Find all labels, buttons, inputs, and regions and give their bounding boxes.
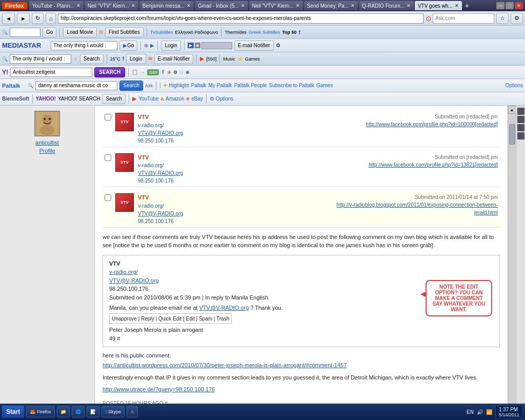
highlight-label[interactable]: Highlight [169,83,189,88]
tab-gmail[interactable]: Gmail - Inbox (5...✕ [195,1,248,10]
paltalk-people-link[interactable]: Paltalk People [234,83,267,88]
search-btn-t2[interactable]: Search [80,54,104,64]
utrace-section: http://www.utrace.de/?query=98.250.100.1… [103,385,500,394]
ask-logo: ⊙ [426,14,432,23]
comment-checkbox-3[interactable] [105,194,111,201]
scroll-up-btn[interactable]: ▲ [508,106,516,114]
games-link-pt[interactable]: Games [316,83,333,88]
scroll-thumb[interactable] [509,124,515,145]
paltalk-row: Paltalk · 🔍 Search Ask | ✦ Highlight Pal… [0,79,525,92]
amazon-link[interactable]: Amazon [166,96,185,102]
biennesoft-search-btn[interactable]: Search [102,94,126,104]
comment-checkbox-1[interactable] [105,114,111,121]
email-link-2[interactable]: VTV@V-RADIO.org [138,170,183,176]
taskbar-ie[interactable]: 🌐 [72,406,85,417]
clock: 1:37 PM 5/14/2011 [495,405,523,419]
tab-vtv-active[interactable]: VTV goes wh...✕ [415,1,462,10]
fb-url-1[interactable]: http://www.facebook.com/profile.php?id=1… [366,122,498,127]
ebay-link[interactable]: eBay [191,96,203,102]
browser-brand: Firefox [2,2,27,9]
toolbar-input-2[interactable] [10,54,71,64]
my-paltalk-link[interactable]: My Paltalk [209,83,232,88]
divider-icon: | [159,83,161,88]
options-link-pt[interactable]: Options [506,83,523,88]
tab-neil1[interactable]: Neil "VTV" Kiern...✕ [85,1,138,10]
fb-icon-3: f [162,69,164,75]
mediastar-go-btn[interactable]: ▶ Go [119,41,137,51]
find-subtitles-btn[interactable]: Find Subtitles [105,27,144,37]
tab-qradio[interactable]: Q-RADIO Forum...✕ [359,1,414,10]
edge-item-3 [517,124,524,131]
email-notifier-btn-ms[interactable]: E-mail Notifier [234,41,274,51]
search-icon-pt: 🔍 [28,83,33,88]
load-movie-btn[interactable]: Load Movie [63,27,97,37]
submitted-3: Submitted on 2011/01/14 at 7:50 pm [415,194,498,200]
yt-icon: ▶ [200,56,204,62]
language-label: EN [467,409,474,415]
subscribe-link[interactable]: Subscribe to Paltalk [269,83,314,88]
mediastar-input[interactable] [51,41,117,50]
email-link-1[interactable]: VTV@V-RADIO.org [138,130,183,136]
paltalk-link[interactable]: Paltalk [191,83,206,88]
go-btn[interactable]: Go [43,27,56,37]
fb-url-2[interactable]: http://www.facebook.com/profile.php?id=1… [369,162,498,168]
close-btn[interactable]: ✕ [515,2,523,9]
biennesoft-brand: BienneSoft [2,96,29,102]
email-link-3[interactable]: VTV@V-RADIO.org [138,211,183,216]
stop-icon[interactable]: ■ [195,43,200,48]
start-btn[interactable]: Start [2,406,24,418]
blog-url-3[interactable]: http://v-radioblog.blogspot.com/2011/01/… [336,202,498,215]
new-tab-btn[interactable]: + [465,2,469,10]
mediastar-brand: MEDIASTAR [2,42,41,49]
ie-icon: 🌐 [75,409,81,414]
yahoo-search-input[interactable] [10,68,92,77]
cb-post-num: 49 # [109,334,493,343]
content-wrapper: VTV VTV v-radio.org/ VTV@V-RADIO.org 98.… [95,106,508,412]
user-avatar [34,111,60,136]
play-icon[interactable]: ▶ [188,43,194,48]
profile-link[interactable]: Profile [39,148,55,154]
scrollbar[interactable]: ▲ ▼ [508,106,516,420]
taskbar-firefox[interactable]: 🦊 Firefox [26,406,55,417]
paltalk-search-btn[interactable]: Search [119,81,143,91]
ask-search-input[interactable] [433,13,494,24]
username-label[interactable]: anticultist [35,139,59,146]
url-input[interactable] [58,13,423,24]
back-btn[interactable]: ◄ [2,13,15,24]
taskbar-skype[interactable]: S Skype [102,406,125,417]
taskbar: Start 🦊 Firefox 📁 🌐 📝 S Skype ⚠ EN 🔊 📶 1… [0,404,525,420]
settings-btn[interactable]: ⚙ [511,13,523,24]
options-link-bs[interactable]: ⚙ Options [210,96,233,102]
tab-neil2[interactable]: Neil "VTV" Kiern...✕ [249,1,303,10]
forward-btn[interactable]: ► [17,13,30,24]
notepad-icon: 📝 [90,409,96,414]
minimize-btn[interactable]: — [496,2,504,9]
utrace-link[interactable]: http://www.utrace.de/?query=98.250.100.1… [103,386,215,392]
login-btn-t2[interactable]: Login [126,54,146,64]
sep4 [140,41,141,50]
reload-btn[interactable]: ↻ [32,13,44,24]
public-comment-link[interactable]: http://anticultist.wordpress.com/2010/07… [103,362,347,368]
taskbar-notepad[interactable]: 📝 [87,406,99,417]
login-btn-ms[interactable]: Login [161,41,180,51]
youtube-link[interactable]: YouTube [138,96,158,102]
toolbar-search-input[interactable] [10,28,41,37]
taskbar-warning[interactable]: ⚠ [127,406,138,417]
comment-row-3: VTV VTV v-radio.org/ VTV@V-RADIO.org 98.… [103,191,500,228]
paltalk-search-input[interactable] [35,81,117,90]
email-notifier-btn-t2[interactable]: E-mail Notifier [154,54,194,64]
maximize-btn[interactable]: □ [506,2,514,9]
firefox-icon: 🦊 [30,409,35,414]
toolbar-row-1: 🔍 Go Load Movie ⊙ Find Subtitles TvSubti… [0,26,525,39]
taskbar-folder[interactable]: 📁 [57,406,70,417]
bookmarks-btn[interactable]: ☆ [496,13,509,24]
yahoo-search-btn[interactable]: SEARCH [94,67,125,77]
comment-checkbox-2[interactable] [105,154,111,161]
tab-send[interactable]: Send Money, Pa...✕ [304,1,358,10]
tab-benjamin[interactable]: Benjamin messa...✕ [139,1,194,10]
callout-bubble: NOTE THE EDIT OPTION? YOU CAN MAKE A COM… [426,280,492,316]
home-btn[interactable]: ⌂ [46,13,56,24]
here-comment-section: here is his public comment: [103,351,500,360]
cb-email2[interactable]: VTV@V-RADIO.org [199,305,249,311]
tab-youtube[interactable]: YouTube - Plann...✕ [29,1,84,10]
